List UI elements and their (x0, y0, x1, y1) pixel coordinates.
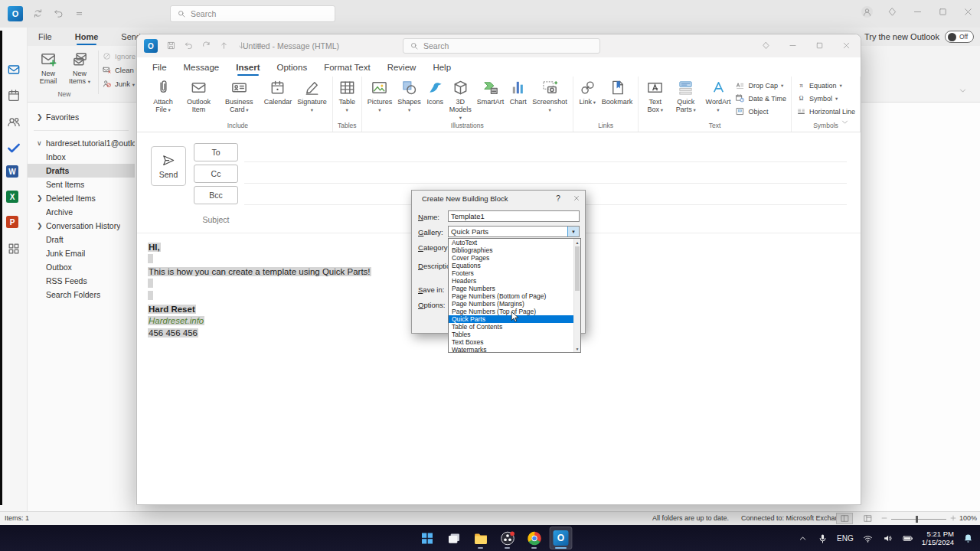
clock[interactable]: 5:21 PM 1/15/2024 (922, 530, 954, 546)
layout-view-button[interactable] (859, 513, 876, 524)
sidebar-item-conversation-history[interactable]: ❯Conversation History (28, 219, 135, 233)
dropdown-option-text-boxes[interactable]: Text Boxes (449, 338, 580, 346)
sidebar-item-outbox[interactable]: Outbox (28, 260, 135, 274)
sidebar-item-draft[interactable]: Draft (28, 233, 135, 246)
save-icon[interactable] (166, 41, 176, 51)
taskbar-start-button[interactable] (416, 527, 439, 549)
calendar-module-icon[interactable] (6, 88, 21, 103)
sidebar-item-deleted-items[interactable]: ❯Deleted Items (28, 191, 135, 205)
tray-overflow-icon[interactable] (797, 533, 808, 544)
ribbon-screenshot-button[interactable]: Screenshot ▾ (530, 77, 570, 113)
dropdown-option-bibliographies[interactable]: Bibliographies (449, 246, 580, 254)
more-apps-icon[interactable] (6, 241, 21, 256)
account-avatar[interactable] (861, 6, 873, 18)
main-tab-file[interactable]: File (38, 32, 52, 41)
sidebar-item-account[interactable]: ∨ hardreset.tutorial1@outlo (28, 136, 135, 150)
ribbon-collapse-icon[interactable] (840, 117, 850, 127)
subject-field[interactable]: Subject (194, 215, 238, 224)
sync-icon[interactable] (32, 8, 44, 19)
message-tab-help[interactable]: Help (433, 63, 451, 72)
dropdown-option-tables[interactable]: Tables (449, 331, 580, 338)
close-button[interactable] (962, 6, 974, 18)
to-field[interactable] (244, 161, 847, 162)
message-tab-insert[interactable]: Insert (236, 63, 260, 72)
close-button[interactable] (841, 41, 851, 51)
maximize-button[interactable] (815, 41, 825, 51)
zoom-slider-track[interactable] (891, 519, 946, 520)
sidebar-item-sent-items[interactable]: Sent Items (28, 178, 135, 191)
to-button[interactable]: To (194, 143, 238, 161)
sidebar-item-archive[interactable]: Archive (28, 205, 135, 219)
scroll-down-icon[interactable]: ▼ (574, 345, 580, 352)
ribbon-chart-button[interactable]: Chart (507, 77, 529, 106)
dropdown-option-page-numbers-margins[interactable]: Page Numbers (Margins) (449, 300, 580, 308)
language-indicator[interactable]: ENG (837, 534, 854, 543)
ribbon-smartart-button[interactable]: SmartArt (475, 77, 507, 106)
more-icon[interactable] (74, 8, 85, 19)
taskbar-outlook-button[interactable]: O (550, 527, 573, 549)
gallery-combobox[interactable]: Quick Parts ▼ (448, 226, 580, 237)
ribbon-quick-parts-button[interactable]: Quick Parts ▾ (669, 77, 702, 113)
sidebar-item-favorites[interactable]: ❯ Favorites (28, 110, 135, 124)
speaker-icon[interactable] (882, 533, 893, 544)
sidebar-item-drafts[interactable]: Drafts (28, 164, 135, 178)
dropdown-option-page-numbers[interactable]: Page Numbers (449, 285, 580, 292)
battery-icon[interactable] (902, 533, 913, 544)
notification-bell-icon[interactable] (962, 533, 974, 544)
redo-icon[interactable] (201, 41, 211, 51)
ribbon-table-button[interactable]: Table ▾ (336, 77, 358, 113)
new-items-button[interactable]: New Items ▾ (64, 48, 95, 85)
sidebar-item-inbox[interactable]: Inbox (28, 150, 135, 164)
main-tab-home[interactable]: Home (75, 32, 99, 41)
wifi-icon[interactable] (862, 533, 874, 544)
taskbar-task-view-button[interactable] (443, 527, 466, 549)
dropdown-option-equations[interactable]: Equations (449, 262, 580, 269)
dropdown-option-page-numbers-bottom-of-page[interactable]: Page Numbers (Bottom of Page) (449, 292, 580, 300)
dropdown-option-footers[interactable]: Footers (449, 269, 580, 277)
message-tab-message[interactable]: Message (184, 63, 220, 72)
arrow-up-icon[interactable] (219, 41, 229, 51)
ribbon-outlook-item-button[interactable]: Outlook Item (181, 77, 217, 113)
ribbon-symbol-button[interactable]: ΩSymbol▾ (795, 93, 857, 104)
message-tab-format-text[interactable]: Format Text (324, 63, 371, 72)
taskbar-file-explorer-button[interactable] (469, 527, 492, 549)
excel-app-icon[interactable]: X (6, 191, 21, 206)
dropdown-arrow-icon[interactable]: ▼ (567, 227, 579, 236)
cc-button[interactable]: Cc (194, 165, 238, 183)
zoom-level[interactable]: 100% (959, 514, 977, 522)
ribbon-text-box-button[interactable]: Text Box ▾ (642, 77, 668, 113)
reading-view-button[interactable] (836, 513, 853, 524)
coach-diamond-icon[interactable] (887, 6, 898, 18)
people-module-icon[interactable] (6, 114, 21, 129)
sidebar-item-junk-email[interactable]: Junk Email (28, 246, 135, 260)
taskbar-obs-button[interactable] (496, 527, 519, 549)
ribbon-horizontal-line-button[interactable]: Horizontal Line (795, 106, 857, 117)
new-outlook-toggle[interactable]: Off (945, 31, 974, 43)
powerpoint-app-icon[interactable]: P (6, 216, 21, 231)
ribbon-signature-button[interactable]: Signature ▾ (295, 77, 329, 113)
dropdown-scrollbar[interactable]: ▲ ▼ (573, 239, 580, 352)
ribbon-equation-button[interactable]: πEquation▾ (795, 80, 857, 91)
coach-diamond-icon[interactable] (761, 41, 771, 51)
ignore-button[interactable]: Ignore (102, 51, 136, 62)
bcc-button[interactable]: Bcc (194, 186, 238, 204)
ribbon-wordart-button[interactable]: WordArt ▾ (704, 77, 733, 113)
microphone-icon[interactable] (817, 533, 828, 544)
dropdown-option-table-of-contents[interactable]: Table of Contents (449, 323, 580, 331)
dropdown-option-cover-pages[interactable]: Cover Pages (449, 254, 580, 262)
zoom-out-button[interactable] (880, 513, 888, 523)
zoom-slider-thumb[interactable] (916, 516, 918, 523)
ribbon-calendar-button[interactable]: Calendar (262, 77, 295, 106)
maximize-button[interactable] (937, 6, 949, 18)
new-email-button[interactable]: New Email (34, 48, 63, 85)
message-tab-file[interactable]: File (152, 63, 167, 72)
mail-module-icon[interactable] (6, 62, 21, 77)
ribbon-attach-file-button[interactable]: Attach File ▾ (146, 77, 180, 113)
cc-field[interactable] (244, 183, 847, 184)
junk-button[interactable]: Junk ▾ (102, 78, 135, 90)
ribbon-date-time-button[interactable]: Date & Time (733, 93, 788, 104)
ribbon-shapes-button[interactable]: Shapes ▾ (395, 77, 423, 113)
message-search-input[interactable]: Search (403, 38, 600, 54)
minimize-button[interactable] (788, 41, 798, 51)
ribbon-object-button[interactable]: Object (733, 106, 788, 117)
